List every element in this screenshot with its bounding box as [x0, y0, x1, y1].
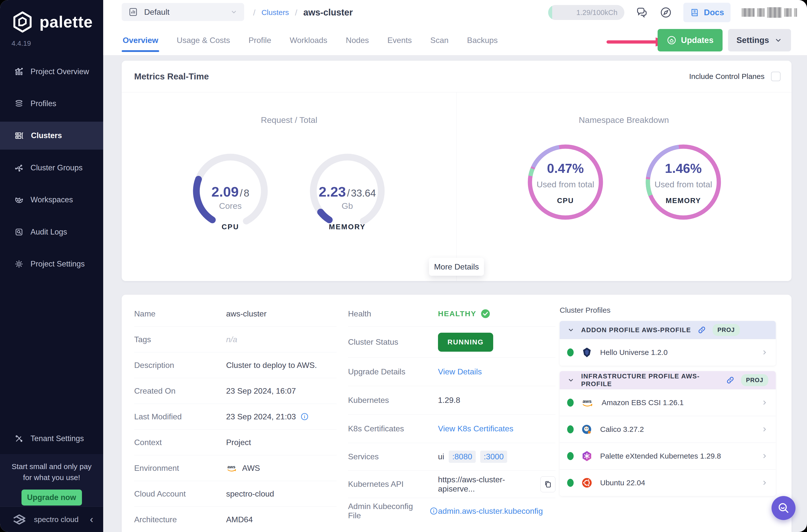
- redacted-block: [767, 7, 782, 18]
- service-port-3000[interactable]: :3000: [480, 451, 507, 463]
- brand-name: palette: [39, 13, 93, 31]
- tab-events[interactable]: Events: [387, 26, 413, 54]
- link-icon: [726, 376, 734, 384]
- clusters-icon: [15, 131, 24, 140]
- upgrade-promo: Start small and only pay for what you us…: [0, 454, 103, 507]
- detail-row-last-modified: Last Modified 23 Sep 2024, 21:03: [134, 404, 337, 430]
- infrastructure-profile-header[interactable]: INFRASTRUCTURE PROFILE AWS-PROFILE PROJ: [560, 371, 776, 389]
- info-icon[interactable]: [430, 507, 438, 515]
- memory-ring-caption: Used from total: [643, 179, 723, 189]
- tab-scan[interactable]: Scan: [429, 26, 449, 54]
- tab-overview[interactable]: Overview: [122, 26, 159, 54]
- project-selector[interactable]: Default: [122, 3, 244, 21]
- sidebar-item-label: Cluster Groups: [31, 163, 82, 172]
- kubeconfig-label: Admin Kubeconfig File: [348, 502, 438, 520]
- breadcrumb-clusters-link[interactable]: Clusters: [261, 8, 289, 17]
- detail-row-environment: Environment aws AWS: [134, 455, 337, 481]
- more-details-button[interactable]: More Details: [429, 258, 484, 276]
- profile-item-amazon-ebs-csi[interactable]: aws Amazon EBS CSI 1.26.1: [560, 389, 776, 416]
- usage-quota-pill[interactable]: 1.29/100kCh: [548, 5, 624, 20]
- search-fab-button[interactable]: [771, 496, 795, 520]
- collapse-sidebar-icon[interactable]: ‹: [90, 514, 93, 525]
- cluster-tabs-bar: Overview Usage & Costs Profile Workloads…: [103, 25, 807, 55]
- tab-profile[interactable]: Profile: [248, 26, 272, 54]
- memory-gauge-unit: Gb: [306, 201, 389, 211]
- settings-button[interactable]: Settings: [728, 29, 791, 52]
- gear-icon: [15, 260, 23, 268]
- sidebar-item-project-settings[interactable]: Project Settings: [0, 255, 103, 273]
- details-left-column: Name aws-cluster Tags n/a Description Cl…: [134, 301, 337, 532]
- check-circle-icon: [480, 308, 491, 319]
- breadcrumb: / Clusters / aws-cluster: [253, 0, 353, 25]
- service-port-8080[interactable]: :8080: [449, 451, 476, 463]
- chevron-right-icon: [761, 425, 768, 433]
- tab-nodes[interactable]: Nodes: [345, 26, 370, 54]
- usage-progress: [548, 5, 552, 20]
- sidebar-item-audit-logs[interactable]: Audit Logs: [0, 223, 103, 241]
- compass-icon[interactable]: [659, 6, 672, 19]
- cloud-account-value: spectro-cloud: [226, 489, 274, 498]
- chevron-right-icon: [761, 479, 768, 487]
- updates-button[interactable]: Updates: [658, 29, 722, 52]
- sidebar-item-profiles[interactable]: Profiles: [0, 95, 103, 112]
- info-icon[interactable]: [300, 412, 309, 421]
- orbit-icon: [15, 195, 23, 204]
- status-dot: [567, 399, 574, 406]
- chevron-down-icon: [230, 8, 238, 16]
- metrics-title: Metrics Real-Time: [134, 72, 209, 81]
- upgrade-now-button[interactable]: Upgrade now: [21, 490, 82, 506]
- sidebar-item-project-overview[interactable]: Project Overview: [0, 63, 103, 80]
- docs-button[interactable]: Docs: [683, 3, 731, 22]
- status-dot: [567, 348, 574, 356]
- detail-row-kubeconfig: Admin Kubeconfig File admin.aws-cluster.…: [348, 498, 556, 524]
- sidebar-item-clusters[interactable]: Clusters: [0, 122, 103, 150]
- redacted-block: [784, 8, 791, 17]
- cpu-ring-percent: 0.47%: [525, 161, 605, 176]
- sidebar-item-workspaces[interactable]: Workspaces: [0, 191, 103, 209]
- tab-usage-costs[interactable]: Usage & Costs: [176, 26, 231, 54]
- include-control-planes: Include Control Planes: [689, 72, 781, 81]
- brand-logo: palette: [11, 11, 93, 34]
- project-name: Default: [144, 7, 169, 17]
- tab-backups[interactable]: Backups: [466, 26, 499, 54]
- profile-item-ubuntu[interactable]: Ubuntu 22.04: [560, 469, 776, 496]
- chevron-down-icon: [774, 36, 783, 44]
- sidebar-item-label: Audit Logs: [31, 228, 67, 236]
- view-details-link[interactable]: View Details: [438, 367, 482, 376]
- profile-item-hello-universe[interactable]: Hello Universe 1.2.0: [560, 339, 776, 366]
- spectro-cloud-logo-icon: [11, 511, 27, 528]
- view-k8s-certificates-link[interactable]: View K8s Certificates: [438, 424, 513, 433]
- detail-row-kubernetes: Kubernetes 1.29.8: [348, 386, 556, 415]
- infrastructure-profile-group: INFRASTRUCTURE PROFILE AWS-PROFILE PROJ …: [560, 371, 776, 496]
- addon-profile-header[interactable]: ADDON PROFILE AWS-PROFILE PROJ: [560, 321, 776, 339]
- tabs: Overview Usage & Costs Profile Workloads…: [122, 25, 499, 55]
- sidebar-item-cluster-groups[interactable]: Cluster Groups: [0, 159, 103, 176]
- copy-button[interactable]: [540, 476, 556, 492]
- cluster-name-value: aws-cluster: [226, 309, 267, 319]
- detail-row-tags: Tags n/a: [134, 327, 337, 353]
- tab-workloads[interactable]: Workloads: [288, 26, 328, 54]
- detail-row-services: Services ui :8080 :3000: [348, 443, 556, 471]
- context-value: Project: [226, 438, 251, 447]
- sidebar-item-tenant-settings[interactable]: Tenant Settings: [0, 430, 103, 447]
- cpu-gauge-unit: Cores: [189, 201, 271, 211]
- details-middle-column: Health HEALTHY Cluster Status RUNNING Up…: [348, 301, 556, 524]
- chevron-right-icon: [761, 349, 768, 356]
- sidebar-item-label: Project Overview: [31, 67, 89, 76]
- detail-row-context: Context Project: [134, 430, 337, 455]
- kubeconfig-file-link[interactable]: admin.aws-cluster.kubeconfig: [438, 507, 543, 516]
- include-control-planes-checkbox[interactable]: [771, 72, 781, 81]
- sidebar-item-label: Clusters: [31, 131, 62, 140]
- aws-logo-icon: aws: [581, 398, 594, 407]
- app-version: 4.4.19: [12, 39, 31, 48]
- detail-row-upgrade-details: Upgrade Details View Details: [348, 358, 556, 386]
- profile-item-calico[interactable]: Calico 3.27.2: [560, 416, 776, 442]
- running-status-badge: RUNNING: [438, 333, 493, 352]
- profile-item-palette-extended-kubernetes[interactable]: Palette eXtended Kubernetes 1.29.8: [560, 442, 776, 469]
- ubuntu-logo-icon: [581, 477, 593, 489]
- tab-actions: Updates Settings: [658, 29, 791, 52]
- scope-badge: PROJ: [741, 374, 768, 386]
- chat-icon[interactable]: [635, 6, 648, 19]
- memory-gauge: 2.23 / 33.64 Gb MEMORY: [306, 150, 389, 232]
- namespace-breakdown-title: Namespace Breakdown: [579, 115, 669, 125]
